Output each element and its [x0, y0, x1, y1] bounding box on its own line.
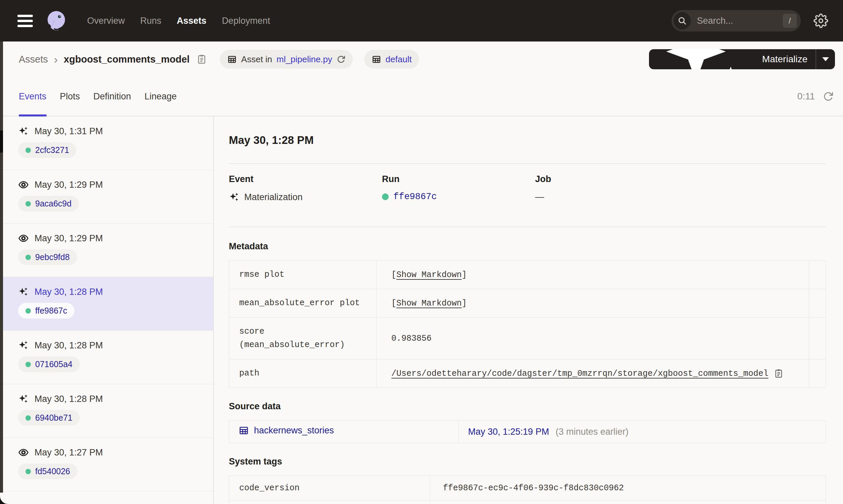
asset-group-icon	[372, 55, 381, 64]
observation-icon	[18, 233, 29, 244]
refresh-icon[interactable]	[823, 91, 833, 102]
breadcrumb-assets-link[interactable]: Assets	[19, 54, 48, 65]
run-id: ffe9867c	[35, 306, 67, 316]
materialize-button[interactable]: Materialize	[649, 49, 815, 69]
materialization-icon	[229, 192, 240, 202]
event-list-item[interactable]: May 30, 1:28 PM ffe9867c	[0, 277, 213, 331]
asset-group-pill[interactable]: default	[364, 50, 419, 69]
chevron-right-icon: ›	[54, 54, 58, 65]
event-list-item[interactable]: May 30, 1:31 PM 2cfc3271	[0, 116, 213, 170]
run-badge[interactable]: 071605a4	[18, 356, 80, 372]
job-column-label: Job	[535, 174, 688, 184]
event-list-item[interactable]: May 30, 1:27 PM fd540026	[0, 438, 213, 491]
run-badge[interactable]: 9ebc9fd8	[18, 249, 77, 265]
search-input[interactable]: Search... /	[671, 10, 801, 32]
source-data-table: hackernews_stories May 30, 1:25:19 PM (3…	[229, 420, 826, 443]
source-asset-link[interactable]: hackernews_stories	[239, 425, 334, 436]
event-list-item[interactable]: May 30, 1:29 PM 9aca6c9d	[0, 170, 213, 223]
metadata-key: score (mean_absolute_error)	[229, 318, 377, 359]
run-badge[interactable]: 6940be71	[18, 410, 80, 426]
asset-location-file-link[interactable]: ml_pipeline.py	[276, 54, 332, 65]
path-link[interactable]: /Users/odetteharary/code/dagster/tmp_0mz…	[391, 369, 768, 378]
run-badge[interactable]: fd540026	[18, 464, 78, 479]
copy-path-icon[interactable]	[774, 368, 784, 378]
run-id: fd540026	[35, 467, 70, 476]
breadcrumb: Assets › xgboost_comments_model Asset in…	[0, 41, 843, 77]
run-badge[interactable]: ffe9867c	[18, 303, 74, 319]
materialize-options-button[interactable]	[816, 49, 835, 69]
event-timestamp: May 30, 1:29 PM	[35, 233, 103, 244]
page-title: xgboost_comments_model	[64, 54, 189, 65]
materialization-icon	[18, 340, 29, 351]
show-markdown-link[interactable]: Show Markdown	[396, 270, 462, 280]
run-status-dot	[25, 148, 31, 153]
run-status-dot	[382, 194, 389, 200]
system-tags-table: code_version ffe9867c-ec9c-4f06-939c-f8d…	[229, 475, 826, 503]
table-row: mean_absolute_error plot [Show Markdown]	[229, 289, 826, 318]
dagster-logo-icon[interactable]	[44, 9, 68, 33]
run-id: 9aca6c9d	[35, 199, 71, 209]
run-badge[interactable]: 9aca6c9d	[18, 196, 79, 212]
run-status-dot	[25, 255, 31, 260]
run-badge[interactable]: 2cfc3271	[18, 142, 76, 158]
table-icon	[227, 55, 237, 64]
system-tags-heading: System tags	[229, 456, 826, 467]
tab-events[interactable]: Events	[19, 77, 47, 116]
search-shortcut-key: /	[783, 14, 797, 28]
run-id: 6940be71	[35, 413, 72, 423]
event-detail-title: May 30, 1:28 PM	[229, 116, 826, 147]
reload-location-icon[interactable]	[337, 55, 345, 64]
asset-group-link[interactable]: default	[386, 54, 412, 65]
asset-location-pill[interactable]: Asset in ml_pipeline.py	[220, 50, 353, 69]
event-summary-row: Event Materialization Run ffe9867c	[229, 174, 826, 202]
nav-item-overview[interactable]: Overview	[87, 16, 125, 26]
materialization-icon	[18, 286, 29, 297]
table-row: score (mean_absolute_error) 0.983856	[229, 318, 826, 359]
table-icon	[239, 425, 249, 436]
event-timestamp: May 30, 1:28 PM	[35, 287, 103, 297]
run-id: 2cfc3271	[35, 145, 69, 155]
event-timestamp: May 30, 1:28 PM	[35, 340, 103, 351]
tag-key: code_version	[229, 476, 430, 501]
metadata-heading: Metadata	[229, 241, 826, 252]
materialize-split-button: Materialize	[649, 49, 835, 69]
top-nav-bar: OverviewRunsAssetsDeployment Search... /	[0, 0, 843, 41]
tab-lineage[interactable]: Lineage	[144, 77, 176, 116]
source-time-note: (3 minutes earlier)	[555, 427, 629, 437]
materialize-sparkle-icon	[657, 49, 758, 69]
source-timestamp-link[interactable]: May 30, 1:25:19 PM	[468, 427, 549, 437]
settings-gear-icon[interactable]	[813, 13, 828, 28]
table-row	[229, 501, 826, 504]
nav-item-deployment[interactable]: Deployment	[222, 16, 270, 26]
event-list-item[interactable]: May 30, 1:28 PM 071605a4	[0, 331, 213, 384]
asset-tabs-bar: EventsPlotsDefinitionLineage 0:11	[0, 77, 843, 116]
run-status-dot	[25, 415, 31, 421]
table-row: code_version ffe9867c-ec9c-4f06-939c-f8d…	[229, 476, 826, 501]
event-timestamp: May 30, 1:31 PM	[35, 126, 103, 137]
source-data-heading: Source data	[229, 401, 826, 412]
asset-location-prefix: Asset in	[241, 54, 272, 65]
tab-plots[interactable]: Plots	[60, 77, 80, 116]
table-row: hackernews_stories May 30, 1:25:19 PM (3…	[229, 421, 826, 443]
event-timestamp: May 30, 1:27 PM	[35, 447, 103, 458]
primary-nav: OverviewRunsAssetsDeployment	[87, 16, 270, 26]
event-list-item[interactable]: May 30, 1:28 PM 6940be71	[0, 384, 213, 438]
materialize-label: Materialize	[762, 54, 808, 65]
show-markdown-link[interactable]: Show Markdown	[396, 299, 462, 308]
event-type-value: Materialization	[244, 192, 303, 202]
run-column-label: Run	[382, 174, 535, 184]
tab-definition[interactable]: Definition	[93, 77, 131, 116]
tag-value: ffe9867c-ec9c-4f06-939c-f8dc830c0962	[430, 476, 826, 501]
materialization-icon	[18, 126, 29, 137]
job-value: —	[535, 192, 544, 202]
menu-icon[interactable]	[17, 15, 33, 27]
copy-asset-name-icon[interactable]	[196, 54, 207, 65]
run-id-link[interactable]: ffe9867c	[393, 192, 437, 202]
nav-item-assets[interactable]: Assets	[177, 16, 207, 26]
event-list-item[interactable]: May 30, 1:29 PM 9ebc9fd8	[0, 223, 213, 277]
metadata-key: rmse plot	[229, 261, 377, 289]
asset-tabs: EventsPlotsDefinitionLineage	[19, 77, 176, 116]
search-placeholder: Search...	[697, 16, 733, 26]
nav-item-runs[interactable]: Runs	[140, 16, 161, 26]
run-status-dot	[25, 201, 31, 206]
